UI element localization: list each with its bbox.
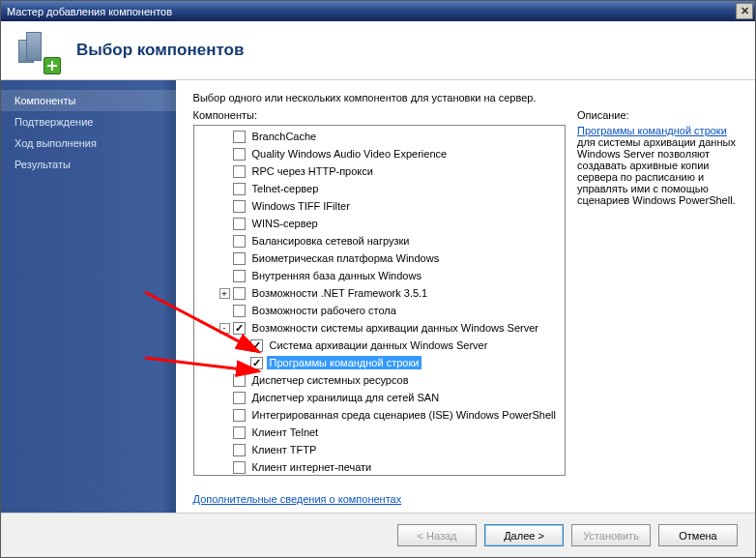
tree-node-label[interactable]: Quality Windows Audio Video Experience [249, 147, 451, 161]
tree-node-label[interactable]: Диспетчер системных ресурсов [249, 373, 412, 387]
checkbox[interactable] [233, 409, 246, 422]
collapse-icon[interactable]: - [219, 323, 230, 334]
window-title: Мастер добавления компонентов [7, 6, 172, 17]
close-button[interactable]: ✕ [736, 3, 753, 19]
checkbox[interactable] [233, 183, 246, 195]
step-confirmation[interactable]: Подтверждение [1, 111, 176, 132]
back-button[interactable]: < Назад [397, 524, 477, 546]
checkbox[interactable] [233, 148, 246, 161]
step-results[interactable]: Результаты [1, 154, 176, 175]
checkbox[interactable] [233, 165, 246, 178]
checkbox[interactable] [233, 305, 246, 317]
checkbox[interactable] [250, 339, 263, 352]
tree-node-label[interactable]: Windows TIFF IFilter [249, 199, 353, 213]
checkbox[interactable] [233, 252, 246, 265]
tree-node[interactable]: Программы командной строки [194, 354, 565, 371]
checkbox[interactable] [250, 357, 263, 369]
tree-node[interactable]: Windows TIFF IFilter [194, 197, 565, 215]
tree-node-label[interactable]: Биометрическая платформа Windows [249, 251, 443, 265]
description-text: Программы командной строки для системы а… [577, 125, 741, 206]
tree-node-label[interactable]: BranchCache [249, 130, 320, 143]
server-add-icon [16, 30, 57, 71]
titlebar: Мастер добавления компонентов ✕ [1, 1, 755, 21]
tree-node[interactable]: Клиент интернет-печати [194, 458, 565, 476]
tree-node[interactable]: Клиент Telnet [194, 424, 565, 441]
tree-node-label[interactable]: Система архивации данных Windows Server [267, 338, 491, 352]
tree-node[interactable]: +Возможности .NET Framework 3.5.1 [194, 284, 565, 302]
page-title: Выбор компонентов [76, 41, 244, 60]
cancel-button[interactable]: Отмена [658, 524, 738, 546]
checkbox[interactable] [233, 287, 246, 300]
wizard-footer: < Назад Далее > Установить Отмена [1, 513, 755, 557]
tree-node[interactable]: Биометрическая платформа Windows [194, 250, 565, 267]
checkbox[interactable] [233, 131, 246, 143]
tree-node-label[interactable]: Возможности .NET Framework 3.5.1 [249, 286, 431, 300]
checkbox[interactable] [233, 374, 246, 387]
tree-node[interactable]: -Возможности системы архивации данных Wi… [194, 319, 565, 337]
wizard-header: Выбор компонентов [1, 21, 755, 80]
components-column-header: Компоненты: [193, 109, 566, 121]
checkbox[interactable] [233, 270, 246, 282]
checkbox[interactable] [233, 218, 246, 230]
checkbox[interactable] [233, 200, 246, 213]
tree-node-label[interactable]: Интегрированная среда сценариев (ISE) Wi… [249, 408, 559, 422]
tree-node[interactable]: Балансировка сетевой нагрузки [194, 232, 565, 250]
step-components[interactable]: Компоненты [1, 90, 176, 111]
wizard-steps-sidebar: Компоненты Подтверждение Ход выполнения … [1, 80, 176, 513]
next-button[interactable]: Далее > [484, 524, 564, 546]
tree-node-label[interactable]: WINS-сервер [249, 217, 321, 230]
tree-node-label[interactable]: Балансировка сетевой нагрузки [249, 234, 413, 248]
step-progress[interactable]: Ход выполнения [1, 132, 176, 154]
tree-node[interactable]: Quality Windows Audio Video Experience [194, 145, 565, 162]
tree-node-label[interactable]: Клиент интернет-печати [249, 460, 375, 474]
checkbox[interactable] [233, 322, 246, 335]
tree-node-label[interactable]: Диспетчер хранилища для сетей SAN [249, 391, 443, 404]
checkbox[interactable] [233, 461, 246, 474]
tree-node[interactable]: RPC через HTTP-прокси [194, 162, 565, 180]
tree-node-label[interactable]: Программы командной строки [267, 356, 422, 369]
tree-node[interactable]: Диспетчер хранилища для сетей SAN [194, 389, 565, 406]
tree-node[interactable]: Система архивации данных Windows Server [194, 337, 565, 354]
tree-node[interactable]: Клиент TFTP [194, 441, 565, 458]
tree-node-label[interactable]: Возможности системы архивации данных Win… [249, 321, 541, 335]
tree-node[interactable]: Диспетчер системных ресурсов [194, 371, 565, 389]
more-info-link[interactable]: Дополнительные сведения о компонентах [193, 493, 402, 505]
tree-node-label[interactable]: Клиент TFTP [249, 443, 320, 456]
instruction-text: Выбор одного или нескольких компонентов … [193, 92, 741, 103]
tree-node[interactable]: Интегрированная среда сценариев (ISE) Wi… [194, 406, 565, 424]
tree-node[interactable]: Возможности рабочего стола [194, 302, 565, 319]
tree-node[interactable]: BranchCache [194, 128, 565, 145]
tree-node-label[interactable]: Возможности рабочего стола [249, 304, 399, 317]
tree-node[interactable]: WINS-сервер [194, 215, 565, 232]
install-button[interactable]: Установить [571, 524, 651, 546]
tree-node-label[interactable]: Telnet-сервер [249, 182, 322, 195]
tree-node[interactable]: Внутренняя база данных Windows [194, 267, 565, 284]
tree-node-label[interactable]: RPC через HTTP-прокси [249, 164, 376, 178]
components-tree[interactable]: BranchCacheQuality Windows Audio Video E… [193, 125, 566, 476]
tree-node-label[interactable]: Клиент Telnet [249, 426, 322, 439]
checkbox[interactable] [233, 392, 246, 404]
checkbox[interactable] [233, 235, 246, 248]
tree-node-label[interactable]: Внутренняя база данных Windows [249, 269, 424, 282]
tree-node[interactable]: Telnet-сервер [194, 180, 565, 197]
checkbox[interactable] [233, 426, 246, 439]
expand-icon[interactable]: + [219, 288, 230, 299]
checkbox[interactable] [233, 444, 246, 456]
description-link[interactable]: Программы командной строки [577, 125, 727, 136]
description-column-header: Описание: [577, 109, 741, 121]
